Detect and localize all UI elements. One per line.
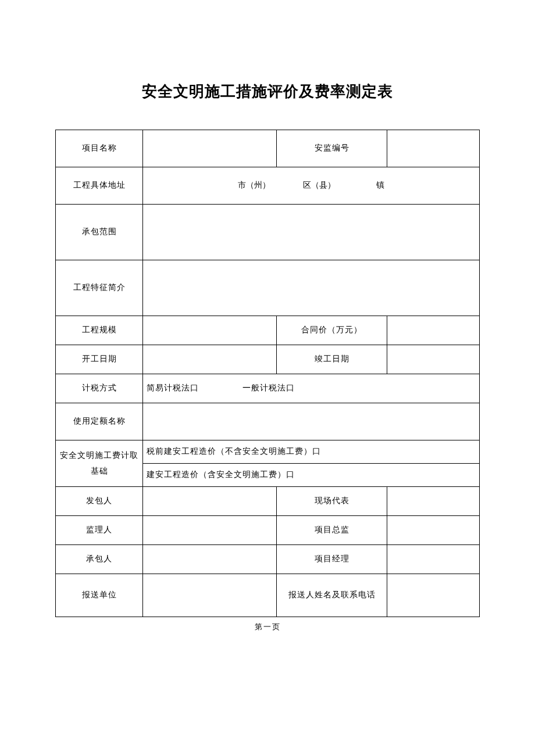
table-row: 承包人 项目经理 — [56, 545, 480, 574]
value-employer — [143, 487, 277, 516]
value-quota-name — [143, 403, 480, 440]
page-footer: 第一页 — [55, 622, 480, 632]
value-contractor — [143, 545, 277, 574]
value-submitter-unit — [143, 574, 277, 617]
value-contract-scope — [143, 205, 480, 260]
label-supervisor: 监理人 — [56, 516, 143, 545]
label-submitter-contact: 报送人姓名及联系电话 — [277, 574, 387, 617]
value-tax-method: 简易计税法口 一般计税法口 — [143, 374, 480, 403]
value-end-date — [387, 345, 480, 374]
value-contract-price — [387, 316, 480, 345]
value-address: 市（州） 区（县） 镇 — [143, 167, 480, 205]
label-contract-scope: 承包范围 — [56, 205, 143, 260]
table-row: 开工日期 竣工日期 — [56, 345, 480, 374]
table-row: 计税方式 简易计税法口 一般计税法口 — [56, 374, 480, 403]
label-submitter-unit: 报送单位 — [56, 574, 143, 617]
table-row: 使用定额名称 — [56, 403, 480, 440]
value-chief-supervisor — [387, 516, 480, 545]
value-start-date — [143, 345, 277, 374]
value-fee-basis-1: 税前建安工程造价（不含安全文明施工费）口 — [143, 440, 480, 464]
label-quota-name: 使用定额名称 — [56, 403, 143, 440]
table-row: 安全文明施工费计取基础 税前建安工程造价（不含安全文明施工费）口 — [56, 440, 480, 464]
value-project-manager — [387, 545, 480, 574]
label-project-scale: 工程规模 — [56, 316, 143, 345]
label-employer: 发包人 — [56, 487, 143, 516]
table-row: 项目名称 安监编号 — [56, 130, 480, 167]
label-chief-supervisor: 项目总监 — [277, 516, 387, 545]
label-contractor: 承包人 — [56, 545, 143, 574]
value-project-feature — [143, 260, 480, 316]
label-end-date: 竣工日期 — [277, 345, 387, 374]
label-address: 工程具体地址 — [56, 167, 143, 205]
table-row: 工程规模 合同价（万元） — [56, 316, 480, 345]
label-start-date: 开工日期 — [56, 345, 143, 374]
label-project-manager: 项目经理 — [277, 545, 387, 574]
label-project-name: 项目名称 — [56, 130, 143, 167]
value-supervisor — [143, 516, 277, 545]
value-submitter-contact — [387, 574, 480, 617]
label-fee-basis: 安全文明施工费计取基础 — [56, 440, 143, 487]
table-row: 报送单位 报送人姓名及联系电话 — [56, 574, 480, 617]
table-row: 工程具体地址 市（州） 区（县） 镇 — [56, 167, 480, 205]
label-tax-method: 计税方式 — [56, 374, 143, 403]
value-fee-basis-2: 建安工程造价（含安全文明施工费）口 — [143, 464, 480, 487]
label-supervision-no: 安监编号 — [277, 130, 387, 167]
label-project-feature: 工程特征简介 — [56, 260, 143, 316]
table-row: 工程特征简介 — [56, 260, 480, 316]
table-row: 承包范围 — [56, 205, 480, 260]
value-project-scale — [143, 316, 277, 345]
form-table: 项目名称 安监编号 工程具体地址 市（州） 区（县） 镇 承包范围 工程特征简介… — [55, 130, 480, 617]
value-supervision-no — [387, 130, 480, 167]
value-project-name — [143, 130, 277, 167]
label-site-rep: 现场代表 — [277, 487, 387, 516]
value-site-rep — [387, 487, 480, 516]
page-title: 安全文明施工措施评价及费率测定表 — [55, 81, 480, 102]
table-row: 发包人 现场代表 — [56, 487, 480, 516]
table-row: 监理人 项目总监 — [56, 516, 480, 545]
label-contract-price: 合同价（万元） — [277, 316, 387, 345]
